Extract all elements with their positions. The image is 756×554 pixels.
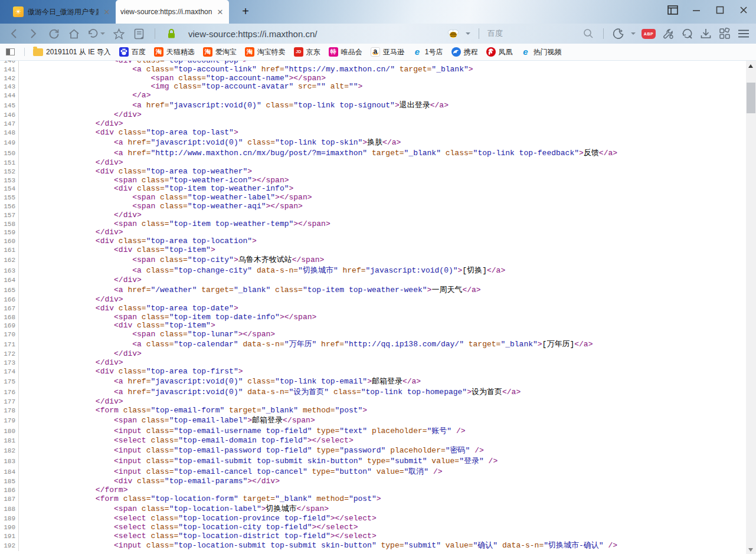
reload-icon[interactable] [47,27,60,40]
line-number: 167 [0,304,19,313]
https-lock-icon[interactable] [165,27,178,40]
source-line: 174 <div class="top-area top-first"> [0,368,756,376]
scroll-down-icon[interactable] [748,548,753,552]
source-code-text: <select class="top-location-province top… [19,514,377,523]
close-icon[interactable] [736,2,751,18]
line-number: 158 [0,220,19,229]
bookmark-item[interactable]: 淘淘宝特卖 [245,47,286,57]
tab-title: 傲游今日_傲游用户专属的网 [28,7,99,17]
search-icon[interactable] [582,27,595,40]
bookmarks-panel-icon[interactable] [6,48,15,55]
bookmark-items: 百度淘天猫精选淘爱淘宝淘淘宝特卖JD京东特唯品会a亚马逊e1号店携程凤凰e热门视… [119,47,562,57]
bookmark-item[interactable]: 凤凰 [486,47,513,57]
source-line: 190 <select class="top-location-city top… [0,523,756,532]
new-tab-button[interactable]: + [238,4,253,19]
reading-list-icon[interactable] [132,27,145,40]
source-code-text: <div class="top-area top-first"> [19,368,243,376]
layout-split-icon[interactable] [665,2,680,18]
source-line: 165 <a href="/weather" target="_blank" c… [0,285,756,296]
favorite-star-icon[interactable] [112,27,125,40]
extensions-grid-icon[interactable] [718,27,731,40]
source-line: 143 <img class="top-account-avatar" src=… [0,83,756,91]
source-line: 157 </div> [0,211,756,220]
bookmark-item[interactable]: a亚马逊 [371,47,404,57]
line-number: 157 [0,211,19,220]
bookmark-item[interactable]: 特唯品会 [329,47,362,57]
source-line: 162 <span class="top-city">乌鲁木齐牧试站</span… [0,255,756,265]
bookmark-item[interactable]: e1号店 [413,47,443,57]
source-code-text: </div> [19,159,123,168]
vertical-scrollbar[interactable] [746,61,756,554]
source-line: 186 </form> [0,486,756,495]
menu-hamburger-icon[interactable] [737,27,750,40]
source-code-text: <input class="top-location-submit top-su… [19,540,617,551]
amazon-icon: a [371,47,380,57]
undo-icon[interactable] [87,27,105,40]
resource-sniffer-icon[interactable] [680,27,693,40]
tab-close-icon[interactable]: ✕ [216,8,224,17]
e-browser-icon: e [521,47,531,57]
search-engine-bee-icon[interactable] [447,27,460,40]
bookmark-label: 爱淘宝 [215,47,237,57]
search-input[interactable]: 百度 [487,28,576,39]
source-code-text: <form class="top-location-form" target="… [19,495,381,504]
source-code-text: <a href="javascript:void(0)" data-s-n="设… [19,387,521,398]
minimize-icon[interactable] [689,2,704,18]
undo-caret-icon[interactable] [100,32,105,35]
line-number: 168 [0,313,19,322]
line-number: 179 [0,415,19,426]
bookmark-item[interactable]: 淘天猫精选 [154,47,195,57]
source-line: 172 </div> [0,350,756,359]
line-number: 154 [0,185,19,194]
line-number: 156 [0,202,19,211]
bookmark-item[interactable]: JD京东 [294,47,320,57]
line-number: 182 [0,445,19,456]
line-number: 153 [0,176,19,185]
source-line: 163 <a class="top-change-city" data-s-n=… [0,265,756,276]
ctrip-dolphin-icon [451,47,461,57]
back-icon[interactable] [7,27,20,40]
jd-icon: JD [294,47,303,57]
line-number: 164 [0,276,19,285]
search-engine-caret-icon[interactable] [466,32,470,35]
night-mode-caret-icon[interactable] [631,32,636,35]
line-number: 146 [0,111,19,120]
night-mode-moon-icon[interactable] [612,27,625,40]
download-icon[interactable] [699,27,712,40]
tab-strip: ☀ 傲游今日_傲游用户专属的网 ✕ view-source:https://i.… [8,0,229,24]
bookmark-item[interactable]: 淘爱淘宝 [203,47,237,57]
source-line: 179 <span class="top-email-label">邮箱登录</… [0,415,756,426]
adblock-plus-icon[interactable]: ABP [642,29,656,39]
url-text[interactable]: view-source:https://i.maxthon.cn/ [188,29,317,39]
scroll-up-icon[interactable] [748,64,753,68]
bookmark-item[interactable]: e热门视频 [521,47,562,57]
home-icon[interactable] [67,27,80,40]
source-line: 142 <span class="top-account-name"></spa… [0,74,756,83]
source-line: 156 <span class="top-weather-aqi"></span… [0,202,756,211]
source-code-text: <span class="top-item top-weather-temp">… [19,220,330,229]
source-code-text: <div class="top-email-params"></div> [19,477,280,486]
maximize-icon[interactable] [712,2,728,18]
line-number: 152 [0,168,19,176]
tab-maxthon-today[interactable]: ☀ 傲游今日_傲游用户专属的网 ✕ [8,0,116,24]
line-number: 163 [0,265,19,276]
forward-icon[interactable] [27,27,40,40]
bookmark-label: 热门视频 [534,47,562,57]
source-code-text: <select class="top-location-district top… [19,532,377,541]
line-number: 181 [0,437,19,445]
tools-wrench-icon[interactable] [662,27,675,40]
source-code-text: </div> [19,398,123,407]
bookmark-folder-ie-import[interactable]: 20191101 从 IE 导入 [33,47,111,57]
source-line: 147 </div> [0,120,756,129]
line-number: 186 [0,486,19,495]
bookmark-item[interactable]: 携程 [451,47,478,57]
source-line: 170 <span class="top-lunar"></span> [0,330,756,339]
source-code-text: <input class="top-email-username top-fie… [19,426,466,437]
scrollbar-thumb[interactable] [747,83,755,113]
tab-view-source[interactable]: view-source:https://i.maxthon.cn/ ✕ [116,0,229,24]
bookmark-item[interactable]: 百度 [119,47,146,57]
source-code-text: <div class="top-area top-last"> [19,129,238,137]
line-number: 166 [0,296,19,304]
tab-close-icon[interactable]: ✕ [103,8,111,17]
source-line: 152 <div class="top-area top-weather"> [0,168,756,176]
